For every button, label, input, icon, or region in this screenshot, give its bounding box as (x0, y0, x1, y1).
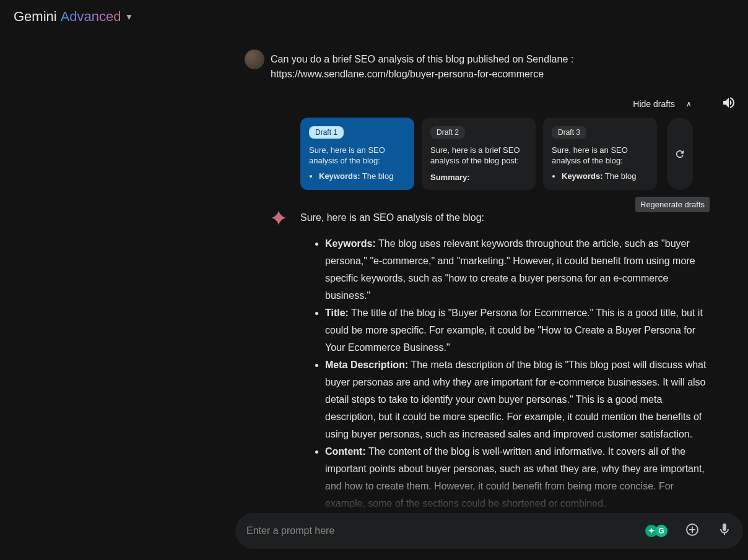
app-header: Gemini Advanced ▼ (0, 0, 748, 33)
draft-badge: Draft 2 (430, 126, 465, 139)
draft-preview: Sure, here is an SEO analysis of the blo… (309, 145, 406, 181)
prompt-composer: ✦G (235, 513, 743, 549)
refresh-icon (674, 149, 685, 160)
answer-list: Keywords: The blog uses relevant keyword… (300, 235, 709, 512)
drafts-toolbar: Hide drafts ∧ (300, 95, 741, 113)
answer-item-keywords: Keywords: The blog uses relevant keyword… (325, 235, 709, 304)
user-avatar (245, 50, 264, 69)
assistant-answer: Sure, here is an SEO analysis of the blo… (300, 209, 709, 512)
draft-cards-row: Draft 1 Sure, here is an SEO analysis of… (300, 118, 709, 190)
brand-tier[interactable]: Advanced (61, 9, 121, 25)
answer-item-title: Title: The title of the blog is "Buyer P… (325, 304, 709, 356)
chevron-up-icon[interactable]: ∧ (686, 100, 692, 108)
answer-item-meta: Meta Description: The meta description o… (325, 356, 709, 443)
regenerate-drafts-button[interactable] (667, 118, 693, 190)
draft-card-3[interactable]: Draft 3 Sure, here is an SEO analysis of… (543, 118, 657, 190)
draft-card-2[interactable]: Draft 2 Sure, here is a brief SEO analys… (422, 118, 536, 190)
draft-badge: Draft 3 (552, 126, 586, 139)
add-icon[interactable] (685, 522, 700, 540)
brand-name[interactable]: Gemini (14, 9, 57, 25)
prompt-input[interactable] (246, 525, 645, 536)
answer-item-content: Content: The content of the blog is well… (325, 443, 709, 512)
draft-preview: Sure, here is a brief SEO analysis of th… (430, 145, 527, 183)
mic-icon[interactable] (717, 522, 732, 540)
answer-intro: Sure, here is an SEO analysis of the blo… (300, 209, 709, 226)
gemini-spark-icon (270, 209, 287, 226)
user-message-block: Can you do a brief SEO analysis of this … (271, 50, 707, 82)
draft-preview: Sure, here is an SEO analysis of the blo… (552, 145, 648, 181)
grammarly-icon[interactable]: ✦G (645, 525, 668, 537)
hide-drafts-toggle[interactable]: Hide drafts (633, 99, 675, 109)
speaker-icon[interactable] (703, 95, 741, 113)
draft-badge: Draft 1 (309, 126, 344, 139)
draft-card-1[interactable]: Draft 1 Sure, here is an SEO analysis of… (300, 118, 414, 190)
user-message-text: Can you do a brief SEO analysis of this … (271, 50, 707, 82)
chevron-down-icon[interactable]: ▼ (125, 12, 134, 22)
